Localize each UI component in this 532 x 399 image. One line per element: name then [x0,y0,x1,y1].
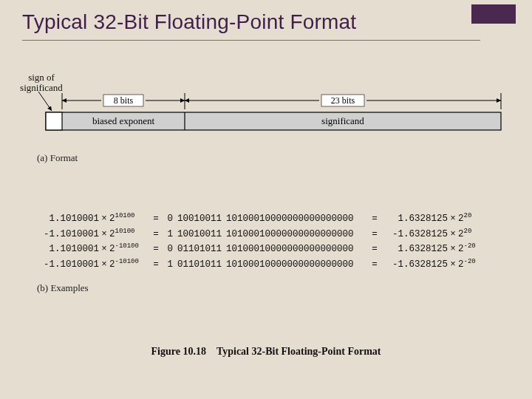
example-row: -1.1010001×2-10100=101101011101000100000… [27,257,488,273]
example-row: 1.1010001×210100=01001001110100010000000… [27,211,488,227]
fig-num: Figure 10.18 [151,346,206,357]
example-row: -1.1010001×210100=1100100111010001000000… [27,227,488,242]
dim-8bits-label: 8 bits [114,95,134,106]
figure-caption: Figure 10.18 Typical 32-Bit Floating-Poi… [0,346,532,358]
format-diagram: sign of significand 8 bits 23 bits [16,80,516,139]
svg-line-12 [38,92,52,111]
format-svg: 8 bits 23 bits biased exponent significa… [16,80,516,139]
sign-label: sign of significand [18,72,65,92]
examples-list: 1.1010001×210100=01001001110100010000000… [27,211,488,272]
page-title: Typical 32-Bit Floating-Point Format [22,10,480,41]
fig-title: Typical 32-Bit Floating-Point Format [216,346,381,357]
field-exp-label: biased exponent [92,115,155,126]
caption-a: (a) Format [37,152,78,164]
field-sig-label: significand [321,115,364,126]
dim-23bits-label: 23 bits [331,95,355,106]
example-row: 1.1010001×2-10100=0011010111010001000000… [27,242,488,257]
caption-b: (b) Examples [37,282,89,294]
sign-label-line2: significand [20,82,63,93]
svg-rect-10 [46,112,62,130]
